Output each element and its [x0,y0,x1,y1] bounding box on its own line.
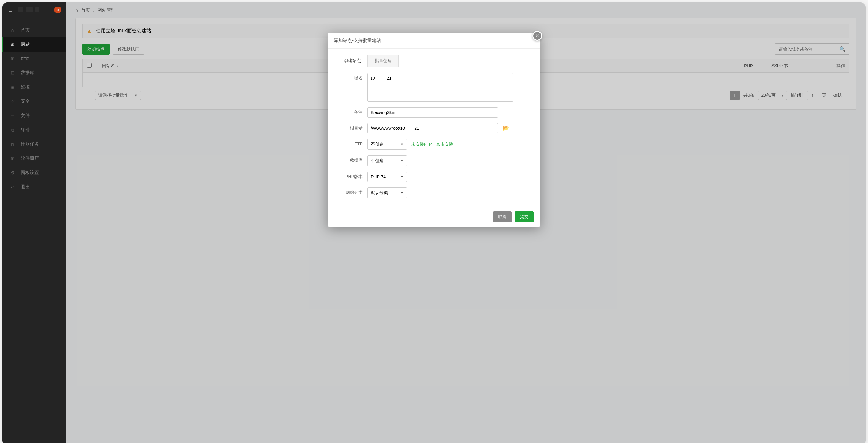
remark-label: 备注 [337,107,363,115]
add-site-modal: ✕ 添加站点-支持批量建站 创建站点 批量创建 域名 备注 根目录 📂 [328,33,540,227]
root-input[interactable] [368,123,498,134]
php-select[interactable]: PHP-74▼ [368,172,407,182]
ftp-select[interactable]: 不创建▼ [368,139,407,150]
chevron-down-icon: ▼ [400,191,404,195]
ftp-install-hint[interactable]: 未安装FTP，点击安装 [411,142,453,147]
modal-tabs: 创建站点 批量创建 [337,55,531,67]
tab-single[interactable]: 创建站点 [337,55,368,67]
cancel-button[interactable]: 取消 [493,211,512,223]
submit-button[interactable]: 提交 [515,211,534,223]
domain-label: 域名 [337,73,363,81]
modal-backdrop[interactable]: ✕ 添加站点-支持批量建站 创建站点 批量创建 域名 备注 根目录 📂 [2,2,866,443]
chevron-down-icon: ▼ [400,175,404,179]
tab-batch[interactable]: 批量创建 [368,55,399,67]
close-icon[interactable]: ✕ [532,31,542,41]
modal-footer: 取消 提交 [328,207,540,227]
modal-title: 添加站点-支持批量建站 [328,33,540,49]
db-label: 数据库 [337,155,363,163]
domain-input[interactable] [368,73,513,102]
root-label: 根目录 [337,123,363,131]
db-select[interactable]: 不创建▼ [368,155,407,166]
php-label: PHP版本 [337,172,363,180]
chevron-down-icon: ▼ [400,159,404,163]
folder-icon[interactable]: 📂 [502,125,509,131]
chevron-down-icon: ▼ [400,143,404,146]
category-label: 网站分类 [337,187,363,195]
remark-input[interactable] [368,107,498,118]
category-select[interactable]: 默认分类▼ [368,187,407,199]
ftp-label: FTP [337,139,363,146]
